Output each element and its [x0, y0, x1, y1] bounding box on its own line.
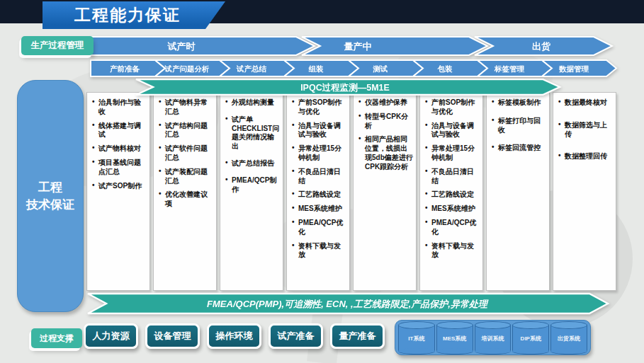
cylinder-shipment-system: 出货系统 [550, 325, 587, 352]
bullet-item: 标签打印与回收 [491, 117, 546, 135]
process-management-label: 生产过程管理 [21, 36, 94, 55]
bullet-item: PMEA/QCP优化 [424, 219, 480, 237]
bullet-item: 不良品日清日结 [424, 168, 480, 186]
bullet-item: 数据最终核对 [558, 98, 613, 108]
cylinder-training-system: 培训系统 [475, 325, 512, 352]
bullet-item: 试产结构问题汇总 [158, 122, 213, 140]
support-button-trial-preparation: 试产准备 [269, 323, 323, 349]
cylinder-label: 培训系统 [475, 325, 511, 352]
step-label: 产前准备 [110, 64, 140, 73]
bullet-item: 治具与设备调试与验收 [291, 122, 346, 140]
bullet-item: 产前SOP制作与优化 [424, 98, 480, 117]
bullet-item: 异常处理15分钟机制 [291, 144, 346, 163]
bullet-item: 相同产品相同位置，线损出现5db偏差进行CPK跟踪分析 [358, 135, 413, 171]
ipqc-banner-row: IPQC过程监测—5M1E [0, 79, 644, 96]
bullet-item: 资料下载与发放 [291, 242, 346, 260]
bullet-item: MES系统维护 [424, 204, 480, 214]
column-packaging: 产前SOP制作与优化治具与设备调试与验收异常处理15分钟机制不良品日清日结工艺路… [419, 92, 483, 291]
column-assembly: 产前SOP制作与优化治具与设备调试与验收异常处理15分钟机制不良品日清日结工艺路… [286, 92, 350, 291]
title-banner: 工程能力保证 [43, 1, 225, 29]
bullet-item: 产前SOP制作与优化 [291, 98, 346, 117]
bullet-item: 试产装配问题汇总 [158, 168, 213, 186]
cylinder-label: 出货系统 [551, 325, 587, 352]
cylinder-label: IT系统 [399, 325, 434, 352]
page-title: 工程能力保证 [74, 4, 193, 26]
step-label: 数据管理 [558, 64, 589, 73]
column-pre-production: 治具制作与验收线体搭建与调试试产物料核对项目基线问题点汇总试产SOP制作 [86, 92, 150, 291]
bullet-item: 试产软件问题汇总 [158, 144, 213, 163]
engineering-guarantee-line2: 技术保证 [26, 196, 74, 214]
step-label: 测试 [373, 64, 388, 73]
bullet-item: MES系统维护 [291, 204, 346, 214]
column-data-management: 数据最终核对数据筛选与上传数据整理回传 [553, 92, 616, 291]
fmea-banner-label: FMEA/QCP(PMP),可追溯性, ECN, ,工艺线路限定,产品保护,异常… [207, 299, 489, 309]
cylinder-dip-system: DIP系统 [512, 325, 549, 352]
phase-arrow-row: 试产时 量产中 出货 [0, 35, 644, 57]
bullet-item: 转型号CPK分析 [358, 113, 413, 131]
bullet-item: 标签模板制作 [491, 98, 546, 108]
step-label: 组装 [308, 64, 324, 73]
support-button-row: 人力资源 设备管理 操作环境 试产准备 量产准备 [84, 323, 385, 349]
support-button-equipment-management: 设备管理 [145, 323, 200, 349]
support-button-operating-environment: 操作环境 [207, 323, 261, 349]
cylinder-mes-system: MES系统 [436, 325, 473, 352]
phase-label: 试产时 [167, 41, 196, 52]
bullet-item: 试产物料核对 [91, 144, 147, 154]
bullet-item: 外观结构测量 [225, 98, 280, 108]
bullet-item: 资料下载与发放 [424, 242, 480, 260]
column-trial-summary: 外观结构测量试产单CHECKLIST问题关闭情况输出试产总结报告PMEA/QCP… [220, 92, 283, 291]
bullet-item: 试产总结报告 [225, 159, 280, 168]
task-columns: 治具制作与验收线体搭建与调试试产物料核对项目基线问题点汇总试产SOP制作 试产物… [86, 92, 616, 291]
bullet-item: 优化改善建议项 [158, 190, 213, 209]
step-label: 包装 [437, 64, 453, 73]
support-button-mass-production-preparation: 量产准备 [330, 323, 385, 349]
bullet-item: PMEA/QCP优化 [291, 219, 346, 237]
bullet-item: 标签回流管控 [491, 144, 546, 153]
bullet-item: 线体搭建与调试 [91, 122, 147, 140]
step-label: 试产问题分析 [164, 64, 210, 73]
support-button-human-resources: 人力资源 [84, 323, 138, 349]
bullet-item: 治具制作与验收 [91, 98, 147, 117]
bullet-item: 工艺路线设定 [424, 190, 480, 200]
bullet-item: 治具与设备调试与验收 [424, 122, 480, 140]
engineering-guarantee-panel: 工程 技术保证 [17, 80, 84, 312]
systems-container: IT系统 MES系统 培训系统 DIP系统 出货系统 [395, 320, 591, 355]
process-support-label-text: 过程支撑 [40, 333, 74, 345]
bullet-item: PMEA/QCP制作 [225, 176, 280, 195]
process-support-label: 过程支撑 [31, 328, 82, 348]
bullet-item: 数据整理回传 [558, 152, 613, 161]
column-trial-issue-analysis: 试产物料异常汇总试产结构问题汇总试产软件问题汇总试产装配问题汇总优化改善建议项 [153, 92, 217, 291]
step-arrow-row: 产前准备 试产问题分析 试产总结 组装 测试 包装 标签管理 数据管理 [0, 59, 644, 78]
column-label-management: 标签模板制作标签打印与回收标签回流管控 [486, 92, 550, 291]
phase-label: 出货 [532, 41, 551, 52]
engineering-guarantee-line1: 工程 [38, 178, 62, 197]
cylinder-it-system: IT系统 [398, 325, 435, 352]
step-label: 标签管理 [494, 64, 525, 73]
bullet-item: 试产单CHECKLIST问题关闭情况输出 [225, 115, 280, 151]
bullet-item: 工艺路线设定 [291, 190, 346, 200]
bullet-item: 数据筛选与上传 [558, 121, 613, 139]
bullet-item: 试产物料异常汇总 [158, 98, 213, 117]
cylinder-label: DIP系统 [513, 325, 548, 352]
fmea-banner-row: FMEA/QCP(PMP),可追溯性, ECN, ,工艺线路限定,产品保护,异常… [0, 292, 644, 315]
bullet-item: 不良品日清日结 [291, 168, 346, 186]
phase-label: 量产中 [344, 41, 372, 52]
bullet-item: 仪器维护保养 [358, 98, 413, 108]
bullet-item: 异常处理15分钟机制 [424, 144, 480, 163]
bullet-item: 项目基线问题点汇总 [91, 159, 147, 177]
bullet-item: 试产SOP制作 [91, 182, 147, 191]
process-management-label-text: 生产过程管理 [31, 40, 84, 52]
phase-arrow-mass-production [302, 37, 487, 55]
phase-arrow-trial [91, 37, 315, 55]
cylinder-label: MES系统 [437, 325, 473, 352]
column-testing: 仪器维护保养转型号CPK分析相同产品相同位置，线损出现5db偏差进行CPK跟踪分… [353, 92, 417, 291]
ipqc-banner-label: IPQC过程监测—5M1E [300, 83, 390, 93]
step-label: 试产总结 [236, 64, 267, 73]
